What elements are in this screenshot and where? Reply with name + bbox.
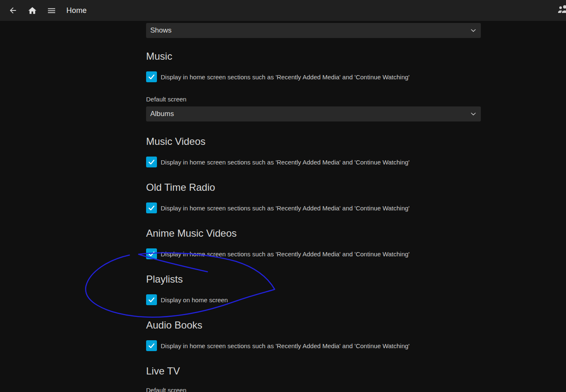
section-title-audio-books: Audio Books	[146, 319, 481, 331]
checkbox-label: Display in home screen sections such as …	[161, 73, 409, 81]
default-screen-label-live-tv: Default screen	[146, 387, 481, 392]
section-title-playlists: Playlists	[146, 273, 481, 286]
library-select[interactable]: Shows	[146, 23, 481, 38]
section-title-music-videos: Music Videos	[146, 135, 481, 148]
default-screen-label-music: Default screen	[146, 96, 481, 103]
chevron-down-icon	[470, 27, 477, 36]
display-checkbox-row-music-videos[interactable]: Display in home screen sections such as …	[146, 157, 481, 167]
checkbox-checked-icon[interactable]	[146, 294, 157, 305]
library-select-value: Shows	[150, 26, 172, 35]
page-title: Home	[66, 6, 87, 15]
users-button[interactable]	[558, 4, 566, 15]
checkbox-label: Display in home screen sections such as …	[161, 250, 409, 258]
section-title-music: Music	[146, 50, 481, 63]
checkbox-label: Display in home screen sections such as …	[161, 205, 409, 212]
checkbox-checked-icon[interactable]	[146, 157, 157, 167]
section-title-old-time-radio: Old Time Radio	[146, 181, 481, 194]
checkbox-checked-icon[interactable]	[146, 202, 157, 213]
checkbox-checked-icon[interactable]	[146, 340, 157, 351]
home-button[interactable]	[27, 5, 37, 15]
section-title-live-tv: Live TV	[146, 365, 481, 377]
checkbox-label: Display on home screen	[161, 296, 228, 303]
default-screen-select-music[interactable]: Albums	[146, 106, 481, 121]
display-checkbox-row-audio-books[interactable]: Display in home screen sections such as …	[146, 340, 481, 351]
checkbox-label: Display in home screen sections such as …	[161, 159, 409, 166]
display-checkbox-row-anime-music-videos[interactable]: Display in home screen sections such as …	[146, 248, 481, 259]
section-title-anime-music-videos: Anime Music Videos	[146, 227, 481, 240]
home-settings-content: Shows Music Display in home screen secti…	[146, 23, 481, 392]
display-checkbox-row-old-time-radio[interactable]: Display in home screen sections such as …	[146, 202, 481, 213]
hamburger-icon	[47, 6, 56, 15]
back-button[interactable]	[8, 5, 18, 15]
checkbox-checked-icon[interactable]	[146, 71, 157, 82]
default-screen-select-value: Albums	[150, 110, 174, 118]
display-checkbox-row-music[interactable]: Display in home screen sections such as …	[146, 71, 481, 82]
home-icon	[28, 6, 37, 15]
display-checkbox-row-playlists[interactable]: Display on home screen	[146, 294, 481, 305]
top-app-bar: Home	[0, 0, 566, 21]
arrow-left-icon	[8, 6, 18, 15]
users-icon	[558, 10, 566, 16]
checkbox-checked-icon[interactable]	[146, 248, 157, 259]
menu-button[interactable]	[46, 5, 56, 15]
chevron-down-icon	[470, 110, 477, 119]
checkbox-label: Display in home screen sections such as …	[161, 342, 409, 349]
